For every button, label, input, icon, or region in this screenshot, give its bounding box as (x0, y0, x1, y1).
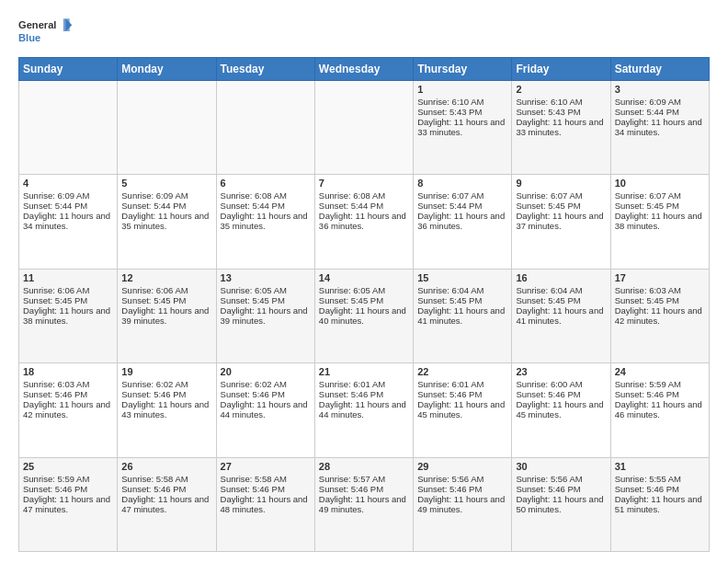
calendar-cell: 5Sunrise: 6:09 AMSunset: 5:44 PMDaylight… (118, 175, 216, 269)
day-number: 20 (221, 366, 311, 377)
calendar-cell (314, 81, 413, 175)
calendar-cell (118, 81, 216, 175)
cell-info: Sunrise: 6:08 AMSunset: 5:44 PMDaylight:… (221, 190, 308, 231)
calendar-cell: 6Sunrise: 6:08 AMSunset: 5:44 PMDaylight… (216, 175, 314, 269)
day-number: 31 (615, 461, 705, 472)
day-number: 1 (417, 84, 507, 95)
cell-info: Sunrise: 6:02 AMSunset: 5:46 PMDaylight:… (221, 379, 308, 419)
cell-info: Sunrise: 6:10 AMSunset: 5:43 PMDaylight:… (516, 97, 603, 137)
cell-info: Sunrise: 6:06 AMSunset: 5:45 PMDaylight:… (23, 285, 110, 326)
cell-info: Sunrise: 5:59 AMSunset: 5:46 PMDaylight:… (23, 474, 110, 514)
day-header-tuesday: Tuesday (216, 58, 314, 81)
cell-info: Sunrise: 6:07 AMSunset: 5:45 PMDaylight:… (516, 190, 603, 231)
svg-text:General: General (18, 19, 56, 30)
cell-info: Sunrise: 6:09 AMSunset: 5:44 PMDaylight:… (121, 190, 209, 231)
calendar-cell: 15Sunrise: 6:04 AMSunset: 5:45 PMDayligh… (414, 269, 512, 362)
calendar-cell: 16Sunrise: 6:04 AMSunset: 5:45 PMDayligh… (512, 269, 610, 362)
day-number: 30 (516, 461, 606, 472)
cell-info: Sunrise: 5:57 AMSunset: 5:46 PMDaylight:… (319, 474, 406, 514)
day-number: 28 (319, 461, 409, 472)
week-row-2: 4Sunrise: 6:09 AMSunset: 5:44 PMDaylight… (19, 175, 710, 269)
svg-text:Blue: Blue (18, 32, 40, 43)
cell-info: Sunrise: 5:56 AMSunset: 5:46 PMDaylight:… (417, 474, 505, 514)
cell-info: Sunrise: 6:09 AMSunset: 5:44 PMDaylight:… (615, 97, 702, 137)
cell-info: Sunrise: 5:58 AMSunset: 5:46 PMDaylight:… (121, 474, 209, 514)
calendar-cell: 26Sunrise: 5:58 AMSunset: 5:46 PMDayligh… (118, 457, 216, 551)
cell-info: Sunrise: 6:07 AMSunset: 5:45 PMDaylight:… (615, 190, 702, 231)
day-number: 29 (417, 461, 507, 472)
cell-info: Sunrise: 6:10 AMSunset: 5:43 PMDaylight:… (417, 97, 505, 137)
logo: General Blue (18, 15, 74, 48)
day-number: 9 (516, 178, 606, 189)
cell-info: Sunrise: 6:08 AMSunset: 5:44 PMDaylight:… (319, 190, 406, 231)
calendar-cell: 13Sunrise: 6:05 AMSunset: 5:45 PMDayligh… (216, 269, 314, 362)
calendar-cell: 28Sunrise: 5:57 AMSunset: 5:46 PMDayligh… (314, 457, 413, 551)
day-header-thursday: Thursday (414, 58, 512, 81)
calendar-cell: 10Sunrise: 6:07 AMSunset: 5:45 PMDayligh… (610, 175, 709, 269)
cell-info: Sunrise: 5:58 AMSunset: 5:46 PMDaylight:… (221, 474, 308, 514)
calendar-cell: 21Sunrise: 6:01 AMSunset: 5:46 PMDayligh… (314, 363, 413, 457)
day-number: 22 (417, 366, 507, 377)
day-number: 19 (121, 366, 211, 377)
calendar-cell: 14Sunrise: 6:05 AMSunset: 5:45 PMDayligh… (314, 269, 413, 362)
calendar-cell: 8Sunrise: 6:07 AMSunset: 5:44 PMDaylight… (414, 175, 512, 269)
cell-info: Sunrise: 5:56 AMSunset: 5:46 PMDaylight:… (516, 474, 603, 514)
cell-info: Sunrise: 6:07 AMSunset: 5:44 PMDaylight:… (417, 190, 505, 231)
day-number: 13 (221, 272, 311, 283)
logo-svg: General Blue (18, 15, 74, 48)
cell-info: Sunrise: 6:03 AMSunset: 5:45 PMDaylight:… (615, 285, 702, 326)
page: General Blue SundayMondayTuesdayWednesda… (0, 0, 728, 563)
calendar-cell: 31Sunrise: 5:55 AMSunset: 5:46 PMDayligh… (610, 457, 709, 551)
day-number: 4 (23, 178, 113, 189)
calendar-cell: 30Sunrise: 5:56 AMSunset: 5:46 PMDayligh… (512, 457, 610, 551)
day-number: 15 (417, 272, 507, 283)
calendar: SundayMondayTuesdayWednesdayThursdayFrid… (18, 57, 710, 552)
day-number: 2 (516, 84, 606, 95)
cell-info: Sunrise: 5:55 AMSunset: 5:46 PMDaylight:… (615, 474, 702, 514)
day-number: 14 (319, 272, 409, 283)
calendar-cell (216, 81, 314, 175)
day-header-monday: Monday (118, 58, 216, 81)
day-number: 26 (121, 461, 211, 472)
calendar-cell: 24Sunrise: 5:59 AMSunset: 5:46 PMDayligh… (610, 363, 709, 457)
calendar-cell: 23Sunrise: 6:00 AMSunset: 5:46 PMDayligh… (512, 363, 610, 457)
day-number: 27 (221, 461, 311, 472)
cell-info: Sunrise: 6:09 AMSunset: 5:44 PMDaylight:… (23, 190, 110, 231)
day-number: 21 (319, 366, 409, 377)
day-header-sunday: Sunday (19, 58, 118, 81)
cell-info: Sunrise: 6:00 AMSunset: 5:46 PMDaylight:… (516, 379, 603, 419)
calendar-cell (19, 81, 118, 175)
day-number: 5 (121, 178, 211, 189)
days-header-row: SundayMondayTuesdayWednesdayThursdayFrid… (19, 58, 710, 81)
cell-info: Sunrise: 6:04 AMSunset: 5:45 PMDaylight:… (516, 285, 603, 326)
day-header-saturday: Saturday (610, 58, 709, 81)
day-number: 25 (23, 461, 113, 472)
calendar-cell: 11Sunrise: 6:06 AMSunset: 5:45 PMDayligh… (19, 269, 118, 362)
calendar-cell: 27Sunrise: 5:58 AMSunset: 5:46 PMDayligh… (216, 457, 314, 551)
week-row-3: 11Sunrise: 6:06 AMSunset: 5:45 PMDayligh… (19, 269, 710, 362)
cell-info: Sunrise: 6:02 AMSunset: 5:46 PMDaylight:… (121, 379, 209, 419)
week-row-1: 1Sunrise: 6:10 AMSunset: 5:43 PMDaylight… (19, 81, 710, 175)
calendar-cell: 25Sunrise: 5:59 AMSunset: 5:46 PMDayligh… (19, 457, 118, 551)
calendar-cell: 29Sunrise: 5:56 AMSunset: 5:46 PMDayligh… (414, 457, 512, 551)
calendar-cell: 17Sunrise: 6:03 AMSunset: 5:45 PMDayligh… (610, 269, 709, 362)
cell-info: Sunrise: 6:06 AMSunset: 5:45 PMDaylight:… (121, 285, 209, 326)
day-number: 17 (615, 272, 705, 283)
day-number: 6 (221, 178, 311, 189)
day-number: 16 (516, 272, 606, 283)
calendar-cell: 2Sunrise: 6:10 AMSunset: 5:43 PMDaylight… (512, 81, 610, 175)
day-number: 11 (23, 272, 113, 283)
day-number: 24 (615, 366, 705, 377)
cell-info: Sunrise: 6:05 AMSunset: 5:45 PMDaylight:… (319, 285, 406, 326)
calendar-cell: 19Sunrise: 6:02 AMSunset: 5:46 PMDayligh… (118, 363, 216, 457)
day-number: 23 (516, 366, 606, 377)
cell-info: Sunrise: 6:05 AMSunset: 5:45 PMDaylight:… (221, 285, 308, 326)
calendar-cell: 22Sunrise: 6:01 AMSunset: 5:46 PMDayligh… (414, 363, 512, 457)
cell-info: Sunrise: 5:59 AMSunset: 5:46 PMDaylight:… (615, 379, 702, 419)
day-number: 8 (417, 178, 507, 189)
cell-info: Sunrise: 6:01 AMSunset: 5:46 PMDaylight:… (417, 379, 505, 419)
calendar-cell: 4Sunrise: 6:09 AMSunset: 5:44 PMDaylight… (19, 175, 118, 269)
header: General Blue (18, 15, 710, 48)
day-number: 10 (615, 178, 705, 189)
cell-info: Sunrise: 6:04 AMSunset: 5:45 PMDaylight:… (417, 285, 505, 326)
